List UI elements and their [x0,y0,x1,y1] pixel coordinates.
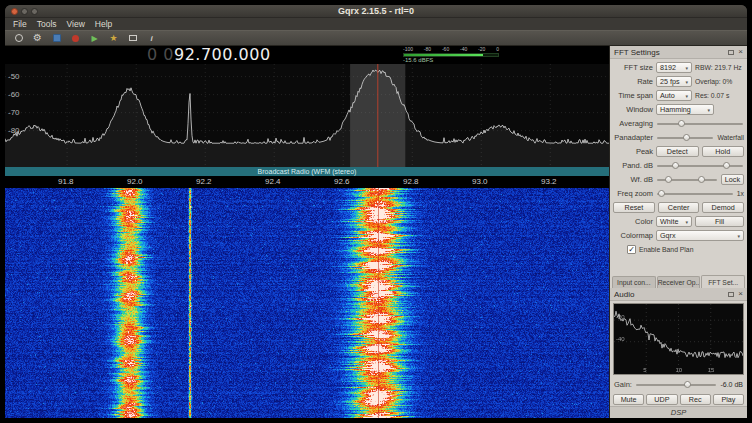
bookmarks-button[interactable]: ★ [106,32,121,45]
waterfall[interactable] [5,188,609,418]
window-controls [11,8,38,15]
frequency-display[interactable]: 0 092.700.000 [147,46,271,64]
window-select[interactable]: Hamming▾ [656,104,714,115]
tab-fft-settings[interactable]: FFT Set... [701,275,745,288]
window-row: Window Hamming▾ [613,103,744,116]
demod-button[interactable]: Demod [702,202,744,213]
center-button[interactable]: Center [658,202,700,213]
info-icon: i [150,34,152,43]
color-select[interactable]: White▾ [656,216,692,227]
panadapter-split-row: Panadapter Waterfall [613,131,744,144]
plot-buttons-row: Reset Center Demod [613,201,744,214]
tab-input-controls[interactable]: Input con... [612,276,656,288]
maximize-button[interactable] [31,8,38,15]
meter-tick-label: 0 [496,47,499,52]
frequency-leading-zeros: 0 0 [147,46,174,64]
chevron-down-icon: ▾ [685,93,688,99]
meter-scale: -100-80-60-40-200 [403,47,499,52]
averaging-row: Averaging [613,117,744,130]
audio-gain-row: Gain: -6.0 dB [610,377,747,392]
wf-db-range-slider[interactable] [656,174,718,185]
audio-header: Audio × [610,288,747,301]
titlebar[interactable]: Gqrx 2.15.5 - rtl=0 [5,5,747,18]
udp-button[interactable]: UDP [646,394,677,405]
window-title: Gqrx 2.15.5 - rtl=0 [5,5,747,18]
averaging-slider[interactable] [656,118,744,129]
peak-row: Peak Detect Hold [613,145,744,158]
enable-band-plan-label: Enable Band Plan [639,246,693,253]
menu-view[interactable]: View [62,18,90,30]
pand-db-row: Pand. dB [613,159,744,172]
meter-bar [403,53,499,57]
menu-help[interactable]: Help [90,18,117,30]
audio-spectrum [613,303,744,375]
meter-fill [404,54,483,56]
save-settings-button[interactable] [49,32,64,45]
fft-settings-header: FFT Settings × [610,46,747,59]
frequency-value: 92.700.000 [174,46,271,64]
meter-tick-label: -40 [460,47,467,52]
enable-band-plan-checkbox[interactable]: ✓ [627,245,636,254]
rate-select[interactable]: 25 fps▾ [656,76,692,87]
pand-db-label: Pand. dB [613,161,653,170]
freq-tick-label: 91.8 [58,177,74,186]
tab-receiver-options[interactable]: Receiver Op... [657,276,701,288]
waterfall-label: Waterfall [717,134,744,141]
float-dock-icon[interactable] [728,292,734,297]
freq-zoom-slider[interactable] [656,188,734,199]
play-iq-button[interactable]: ▶ [87,32,102,45]
meter-tick-label: -20 [478,47,485,52]
bandplan-bar: Broadcast Radio (WFM (stereo) [5,167,609,176]
fill-button[interactable]: Fill [695,216,744,227]
start-dsp-button[interactable] [11,32,26,45]
about-button[interactable]: i [144,32,159,45]
reset-button[interactable]: Reset [613,202,655,213]
record-icon [72,35,79,42]
fft-size-row: FFT size 8192▾ RBW: 219.7 Hz [613,61,744,74]
io-config-button[interactable]: ⚙ [30,32,45,45]
wf-lock-button[interactable]: Lock [721,174,744,185]
wf-db-label: Wf. dB [613,175,653,184]
peak-label: Peak [613,147,653,156]
dsp-status: DSP [610,406,747,418]
play-audio-button[interactable]: Play [713,394,744,405]
menubar: File Tools View Help [5,18,747,30]
panadapter-waterfall-split-slider[interactable] [656,132,714,143]
colormap-select[interactable]: Gqrx▾ [656,230,744,241]
window-label: Window [613,105,653,114]
close-dock-icon[interactable]: × [738,48,743,56]
mute-button[interactable]: Mute [613,394,644,405]
peak-detect-button[interactable]: Detect [656,146,699,157]
peak-hold-button[interactable]: Hold [702,146,745,157]
pand-db-range-slider[interactable] [656,160,744,171]
fft-size-label: FFT size [613,63,653,72]
float-dock-icon[interactable] [728,50,734,55]
freq-zoom-value: 1x [737,190,744,197]
rate-label: Rate [613,77,653,86]
fft-plot[interactable]: -50-60-70-80 [5,64,609,167]
fft-size-select[interactable]: 8192▾ [656,62,692,73]
minimize-button[interactable] [21,8,28,15]
chevron-down-icon: ▾ [685,65,688,71]
freq-zoom-row: Freq zoom 1x [613,187,744,200]
bandplan-label: Broadcast Radio (WFM (stereo) [258,167,357,176]
gain-slider[interactable] [635,379,717,390]
rate-row: Rate 25 fps▾ Overlap: 0% [613,75,744,88]
color-label: Color [613,217,653,226]
fullscreen-button[interactable] [125,32,140,45]
close-button[interactable] [11,8,18,15]
gqrx-window: Gqrx 2.15.5 - rtl=0 File Tools View Help… [5,5,747,418]
time-span-select[interactable]: Auto▾ [656,90,692,101]
fullscreen-icon [129,35,137,41]
time-span-label: Time span [613,91,653,100]
freq-tick-label: 92.8 [403,177,419,186]
rbw-text: RBW: 219.7 Hz [695,64,742,71]
record-iq-button[interactable] [68,32,83,45]
audio-title: Audio [614,290,634,299]
time-span-row: Time span Auto▾ Res: 0.07 s [613,89,744,102]
menu-tools[interactable]: Tools [32,18,62,30]
close-dock-icon[interactable]: × [738,290,743,298]
menu-file[interactable]: File [8,18,32,30]
record-audio-button[interactable]: Rec [680,394,711,405]
frequency-row: 0 092.700.000 -100-80-60-40-200 -15.6 dB… [5,46,609,64]
